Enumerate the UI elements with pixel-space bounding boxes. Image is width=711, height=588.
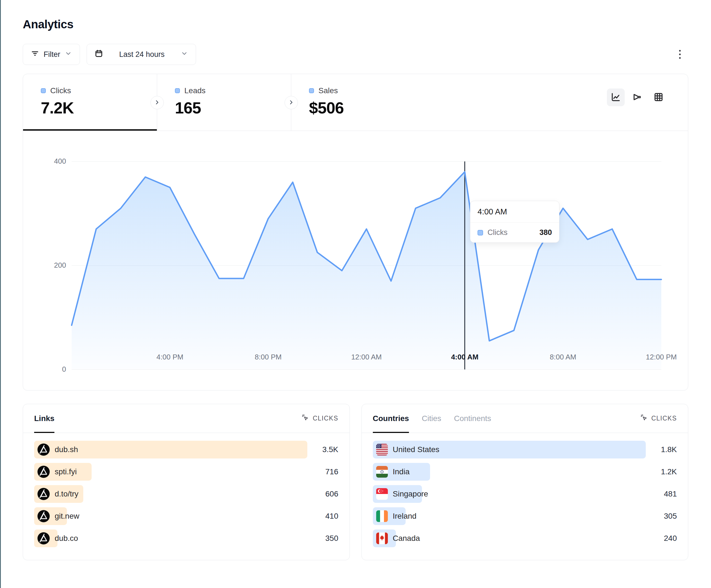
countries-metric[interactable]: CLICKS: [640, 414, 677, 423]
dub-favicon-icon: [38, 510, 50, 522]
toolbar: Filter Last 24 hours: [23, 44, 688, 65]
link-row[interactable]: spti.fyi716: [34, 463, 339, 481]
flag-ca-icon: [376, 533, 388, 544]
row-value: 240: [651, 534, 677, 543]
date-range-label: Last 24 hours: [107, 50, 176, 59]
bar-area: spti.fyi: [34, 463, 307, 481]
filter-icon: [31, 49, 39, 60]
links-list: dub.sh3.5Kspti.fyi716d.to/try606git.new4…: [23, 433, 349, 560]
x-tick-label: 8:00 AM: [550, 353, 576, 361]
expand-leads-button[interactable]: [284, 96, 298, 109]
row-value: 1.2K: [651, 467, 677, 476]
tab-links[interactable]: Links: [34, 404, 55, 433]
filter-button[interactable]: Filter: [23, 44, 80, 65]
row-label: India: [393, 467, 410, 476]
analytics-card: Clicks 7.2K Leads 165 Sales $506: [23, 74, 688, 390]
row-value: 481: [651, 490, 677, 498]
row-value: 716: [313, 467, 339, 476]
x-tick-label: 8:00 PM: [255, 353, 282, 361]
bar-area: Singapore: [373, 485, 646, 503]
row-label: Singapore: [393, 490, 428, 498]
row-label: Ireland: [393, 512, 417, 521]
row-value: 350: [313, 534, 339, 543]
chart-view-switcher: [607, 89, 667, 106]
bar-area: United States: [373, 441, 646, 458]
expand-clicks-button[interactable]: [150, 96, 164, 109]
tab-leads[interactable]: Leads 165: [157, 74, 291, 131]
bar-area: dub.sh: [34, 441, 307, 458]
cursor-click-icon: [302, 414, 309, 423]
y-tick-label: 0: [34, 365, 66, 374]
link-row[interactable]: git.new410: [34, 507, 339, 525]
flag-ie-icon: [376, 510, 388, 522]
stat-label: Leads: [184, 86, 206, 95]
dub-favicon-icon: [38, 488, 50, 500]
more-options-button[interactable]: [672, 46, 688, 63]
row-value: 305: [651, 512, 677, 521]
analytics-page: Analytics Filter Last 24 hours: [1, 0, 711, 580]
line-chart-view-button[interactable]: [607, 89, 625, 106]
kebab-menu-icon: [679, 50, 681, 51]
clicks-legend-swatch: [41, 88, 46, 93]
area-chart-plot[interactable]: [72, 161, 661, 369]
stats-tabs: Clicks 7.2K Leads 165 Sales $506: [23, 74, 688, 131]
tooltip-series-swatch: [477, 230, 483, 235]
bar-area: Canada: [373, 529, 646, 547]
chevron-right-icon: [288, 99, 295, 107]
countries-panel: Countries Cities Continents CLICKS Unite…: [362, 404, 689, 560]
country-row[interactable]: India1.2K: [373, 463, 677, 481]
metric-label: CLICKS: [651, 415, 677, 422]
flag-us-icon: [376, 444, 388, 455]
link-row[interactable]: dub.co350: [34, 529, 339, 547]
stat-value: 7.2K: [41, 98, 157, 117]
calendar-icon: [95, 49, 103, 60]
flag-in-icon: [376, 466, 388, 478]
x-tick-label: 4:00 PM: [156, 353, 184, 361]
link-row[interactable]: dub.sh3.5K: [34, 441, 339, 458]
table-view-button[interactable]: [650, 89, 667, 106]
page-title: Analytics: [23, 18, 688, 31]
tab-clicks[interactable]: Clicks 7.2K: [23, 74, 157, 131]
chevron-down-icon: [65, 50, 72, 59]
tab-cities[interactable]: Cities: [422, 404, 441, 433]
x-tick-label: 4:00 AM: [451, 353, 479, 361]
leads-legend-swatch: [175, 88, 180, 93]
date-range-button[interactable]: Last 24 hours: [87, 44, 196, 65]
row-label: Canada: [393, 534, 420, 543]
y-tick-label: 200: [34, 261, 66, 270]
links-metric[interactable]: CLICKS: [302, 414, 338, 423]
line-chart-icon: [610, 92, 621, 103]
area-fill: [72, 172, 661, 370]
funnel-view-button[interactable]: [628, 89, 646, 106]
row-label: spti.fyi: [55, 467, 77, 476]
country-row[interactable]: Singapore481: [373, 485, 677, 503]
y-tick-label: 400: [34, 157, 66, 165]
country-row[interactable]: Canada240: [373, 529, 677, 547]
clicks-timeseries-chart[interactable]: 4002000 4:00 PM8:00 PM12:00 AM4:00 AM8:0…: [23, 131, 688, 390]
stat-label: Sales: [319, 86, 338, 95]
tooltip-series-name: Clicks: [488, 228, 508, 237]
tooltip-time: 4:00 AM: [470, 201, 559, 223]
grid-icon: [653, 92, 664, 103]
x-tick-label: 12:00 AM: [351, 353, 382, 361]
row-value: 410: [313, 512, 339, 521]
tab-continents[interactable]: Continents: [454, 404, 491, 433]
breakdown-panels: Links CLICKS dub.sh3.5Kspti.fyi716d.to/t…: [23, 404, 688, 560]
stat-label: Clicks: [50, 86, 71, 95]
chart-tooltip: 4:00 AM Clicks 380: [470, 201, 559, 243]
country-row[interactable]: United States1.8K: [373, 441, 677, 458]
row-value: 606: [313, 490, 339, 498]
row-label: dub.co: [55, 534, 78, 543]
row-label: d.to/try: [55, 490, 79, 498]
metric-label: CLICKS: [313, 415, 338, 422]
row-value: 1.8K: [651, 445, 677, 454]
bar-area: India: [373, 463, 646, 481]
bar-area: git.new: [34, 507, 307, 525]
chevron-right-icon: [154, 99, 160, 107]
tab-countries[interactable]: Countries: [373, 404, 409, 433]
gridline: [72, 369, 661, 370]
link-row[interactable]: d.to/try606: [34, 485, 339, 503]
links-panel: Links CLICKS dub.sh3.5Kspti.fyi716d.to/t…: [23, 404, 350, 560]
country-row[interactable]: Ireland305: [373, 507, 677, 525]
row-label: git.new: [55, 512, 80, 521]
